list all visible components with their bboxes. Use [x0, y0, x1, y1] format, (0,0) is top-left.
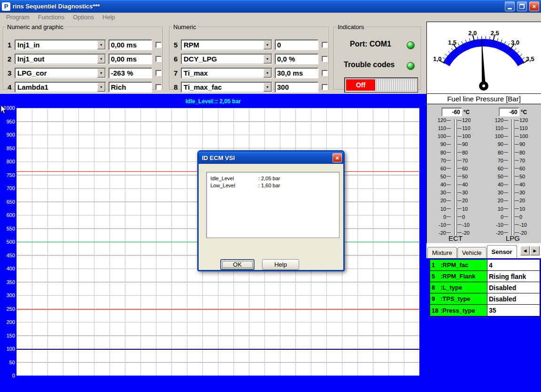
menu-help[interactable]: Help	[98, 13, 119, 21]
off-toggle[interactable]: Off	[344, 77, 418, 92]
dropdown-arrow-icon[interactable]: ▼	[263, 83, 271, 92]
dialog-close-button[interactable]: ×	[332, 153, 342, 162]
table-row[interactable]: 9:TPS_type Disabled	[430, 293, 540, 305]
table-row[interactable]: 1:RPM_fac 4	[430, 260, 540, 271]
temperature-panel: -60 °C 120120110110100100909080807070606…	[426, 104, 541, 243]
lpg-temperature-value: -60	[499, 108, 519, 116]
y-tick-label: 650	[0, 199, 15, 205]
thermo-readout: -60 °C	[441, 108, 470, 116]
channel-number: 8	[174, 83, 181, 91]
setting-value-cell: 35	[487, 305, 540, 316]
y-tick-label: 0	[0, 373, 15, 378]
channel-checkbox[interactable]	[322, 70, 328, 76]
group-title: Indicators	[336, 23, 365, 31]
thermo-scale-row: 110110	[488, 125, 538, 131]
y-tick-label: 700	[0, 185, 15, 191]
channel-value: 0,00 ms	[108, 54, 152, 64]
channel-number: 3	[8, 69, 15, 77]
y-tick-label: 800	[0, 159, 15, 164]
channel-select[interactable]: Ti_max_fac ▼	[181, 82, 272, 92]
tab-scroll-left-button[interactable]: ◀	[520, 246, 530, 255]
tab-vehicle[interactable]: Vehicle	[457, 247, 487, 258]
thermo-scale-row: 8080	[488, 150, 538, 155]
group-numeric: Numeric 5 RPM ▼ 0 6 DCY_LPG ▼ 0,0 % 7 Ti…	[169, 23, 330, 90]
group-title: Numeric	[172, 23, 197, 31]
window-titlebar[interactable]: P rins Sequentiel Diagnostics*** ×	[0, 0, 541, 13]
thermo-scale-row: 6060	[488, 166, 538, 171]
channel-select[interactable]: Ti_max ▼	[181, 68, 272, 78]
channel-select[interactable]: Inj1_out ▼	[15, 54, 106, 64]
dialog-info-row: Idle_Level : 2,05 bar	[210, 175, 335, 182]
dropdown-arrow-icon[interactable]: ▼	[263, 40, 271, 49]
close-button[interactable]: ×	[529, 1, 539, 11]
dropdown-arrow-icon[interactable]: ▼	[97, 69, 105, 77]
channel-checkbox[interactable]	[155, 42, 162, 48]
channel-checkbox[interactable]	[155, 84, 162, 90]
channel-select[interactable]: LPG_cor ▼	[15, 68, 106, 78]
thermo-scale-row: -10-10	[488, 222, 538, 228]
tab-scroll-right-button[interactable]: ▶	[530, 246, 540, 255]
dialog-titlebar[interactable]: ID ECM VSI ×	[199, 152, 343, 164]
thermo-scale-row: 100100	[431, 133, 480, 139]
lpg-label: LPG	[485, 234, 541, 242]
pressure-gauge: 1,01,52,02,53,03,5	[427, 23, 541, 93]
off-button[interactable]: Off	[346, 79, 375, 91]
port-label: Port: COM1	[350, 40, 391, 48]
trouble-codes-led	[407, 62, 415, 70]
channel-select[interactable]: DCY_LPG ▼	[181, 54, 272, 64]
channel-value: 0,00 ms	[108, 39, 152, 50]
channel-checkbox[interactable]	[155, 70, 162, 76]
dropdown-arrow-icon[interactable]: ▼	[97, 54, 105, 63]
thermo-scale-row: 1010	[431, 206, 480, 212]
channel-select[interactable]: RPM ▼	[181, 39, 272, 50]
svg-text:1,0: 1,0	[433, 55, 441, 62]
channel-select-value: Ti_max_fac	[184, 83, 222, 91]
thermo-scale-row: 3030	[488, 190, 538, 195]
table-row[interactable]: 8:L_type Disabled	[430, 282, 540, 293]
tab-sensor[interactable]: Sensor	[487, 245, 517, 258]
thermo-scale-row: 00	[431, 214, 480, 220]
channel-number: 7	[174, 69, 181, 77]
menu-options[interactable]: Options	[69, 13, 98, 21]
group-numeric-and-graphic: Numeric and graphic 1 Inj1_in ▼ 0,00 ms …	[3, 23, 163, 90]
menu-program[interactable]: Program	[2, 13, 34, 21]
y-tick-label: 150	[0, 333, 15, 338]
dropdown-arrow-icon[interactable]: ▼	[263, 54, 271, 63]
app-icon: P	[2, 2, 10, 11]
table-row[interactable]: 18:Press_type 35	[430, 305, 540, 316]
dropdown-arrow-icon[interactable]: ▼	[97, 40, 105, 49]
menu-functions[interactable]: Functions	[34, 13, 69, 21]
channel-select[interactable]: Inj1_in ▼	[15, 39, 106, 50]
channel-checkbox[interactable]	[322, 84, 328, 90]
restore-button[interactable]	[517, 1, 527, 11]
setting-value-cell: Rising flank	[487, 271, 540, 282]
close-icon: ×	[335, 155, 339, 161]
channel-number: 4	[8, 83, 15, 91]
y-tick-label: 500	[0, 239, 15, 245]
channel-checkbox[interactable]	[322, 56, 328, 62]
channel-row: 7 Ti_max ▼ 30,0 ms	[174, 67, 328, 78]
channel-checkbox[interactable]	[155, 56, 162, 62]
help-button[interactable]: Help	[262, 259, 299, 270]
tab-bar: Mixture Vehicle Sensor ◀ ▶	[426, 243, 541, 258]
left-arrow-icon: ◀	[524, 248, 527, 253]
thermo-scale-row: -10-10	[431, 222, 480, 228]
setting-value-cell: Disabled	[487, 282, 540, 293]
minimize-button[interactable]	[505, 1, 515, 11]
y-tick-label: 100	[0, 346, 15, 352]
channel-select[interactable]: Lambda1 ▼	[15, 82, 106, 92]
dropdown-arrow-icon[interactable]: ▼	[97, 83, 105, 92]
table-row[interactable]: 5:RPM_Flank Rising flank	[430, 271, 540, 282]
ect-temperature-value: -60	[441, 108, 462, 116]
y-tick-label: 200	[0, 319, 15, 325]
channel-row: 1 Inj1_in ▼ 0,00 ms	[8, 39, 162, 50]
dropdown-arrow-icon[interactable]: ▼	[263, 69, 271, 77]
channel-checkbox[interactable]	[322, 42, 328, 48]
thermometer-ect: -60 °C 120120110110100100909080807070606…	[428, 104, 483, 243]
thermo-scale-row: 110110	[431, 125, 480, 131]
channel-select-value: RPM	[184, 41, 199, 49]
channel-value: 300	[275, 82, 318, 92]
svg-text:1,5: 1,5	[448, 39, 456, 46]
ok-button[interactable]: OK	[220, 259, 255, 270]
tab-mixture[interactable]: Mixture	[427, 247, 457, 258]
